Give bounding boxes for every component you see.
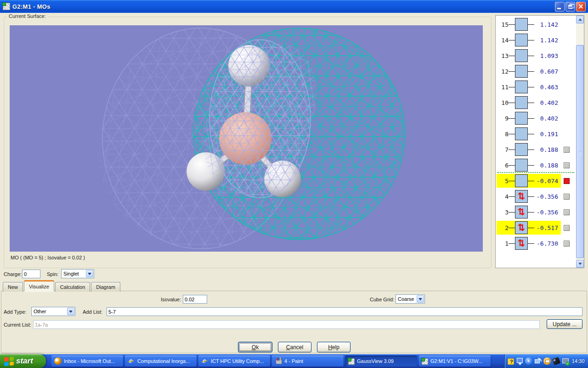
mo-display-checkbox[interactable] [564,209,570,215]
mo-list-scrollbar[interactable] [576,16,584,268]
level-line [528,24,534,25]
launcher-icon[interactable] [552,357,560,365]
taskbar-item[interactable]: G2:M1:V1 - C:\G03W... [419,356,491,367]
taskbar-item[interactable]: Inbox - Microsoft Out... [51,356,123,367]
mo-row-5[interactable]: 5-0.074 [496,173,576,189]
level-line [528,243,534,244]
current-list-input[interactable] [33,320,540,329]
mo-row-12[interactable]: 120.607 [496,63,576,79]
isovalue-input[interactable] [183,295,207,304]
mo-level-box[interactable] [515,18,528,31]
title-bar[interactable]: G2:M1 - MOs × [0,0,588,13]
scroll-up-button[interactable] [576,16,584,23]
mo-row-15[interactable]: 151.142 [496,17,576,32]
add-type-dropdown-button[interactable] [67,308,74,315]
restore-button[interactable] [565,2,575,12]
mo-number: 3 [498,209,509,216]
mo-row-8[interactable]: 80.191 [496,126,576,142]
spin-select[interactable]: Singlet [61,269,94,278]
taskbar-item[interactable]: Computational Inorga... [125,356,197,367]
mo-row-4[interactable]: 4↑↓-0.356 [496,189,576,204]
scrollbar-thumb[interactable] [576,45,584,258]
mo-level-box[interactable] [515,65,528,78]
mo-display-checkbox[interactable] [564,241,570,247]
scroll-down-button[interactable] [576,260,584,268]
charge-input[interactable] [22,270,40,278]
mo-level-box[interactable] [515,174,528,187]
level-line [528,87,534,87]
mo-level-box[interactable]: ↑↓ [515,221,528,234]
mo-row-2[interactable]: 2↑↓-0.517 [496,220,576,236]
spin-dropdown-button[interactable] [86,270,93,277]
mo-level-box[interactable] [515,49,528,62]
mo-row-11[interactable]: 110.463 [496,79,576,95]
updates-icon[interactable] [516,358,523,365]
add-list-input[interactable] [107,307,582,316]
tab-calculation[interactable]: Calculation [55,282,90,292]
mo-row-1[interactable]: 1↑↓-6.730 [496,236,576,251]
mo-number: 4 [498,193,509,200]
taskbar-item[interactable]: ICT HPC Utility Comp... [198,356,270,367]
mail-icon[interactable] [543,357,551,365]
network-icon[interactable] [534,357,542,365]
mo-display-checkbox[interactable] [564,225,570,231]
scrollbar-grip [578,151,582,155]
add-type-select[interactable]: Other [31,307,75,316]
mo-row-9[interactable]: 90.402 [496,110,576,126]
mo-number: 5 [498,178,509,184]
cube-grid-dropdown-button[interactable] [417,295,424,303]
taskbar-item[interactable]: GaussView 3.09 [345,356,417,367]
spin-down-arrow-icon: ↓ [519,207,526,218]
help-button[interactable]: Help [317,342,351,352]
desktop: G2:M1 - MOs × Current Surface: [0,0,588,368]
mo-level-box[interactable]: ↑↓ [515,190,528,203]
scroll-up-icon [578,18,582,21]
cancel-button[interactable]: Cancel [278,342,311,352]
mo-level-box[interactable] [515,34,528,46]
mo-level-box[interactable] [515,159,528,172]
update-button[interactable]: Update ... [547,319,582,329]
mo-display-checkbox[interactable] [564,178,570,184]
ok-button[interactable]: Ok [238,342,272,352]
mo-energy-value: -0.517 [534,224,558,231]
mo-energy-value: 0.607 [534,68,558,75]
mo-row-14[interactable]: 141.142 [496,32,576,48]
mo-display-checkbox[interactable] [564,162,570,168]
mo-display-checkbox[interactable] [564,194,570,200]
tab-new[interactable]: New [3,282,23,292]
mo-number: 6 [498,162,509,169]
mo-energy-value: 1.142 [534,37,558,44]
mo-level-box[interactable] [515,80,528,93]
paint-icon [275,357,282,365]
mo-energy-value: 0.402 [534,115,558,122]
mo-row-7[interactable]: 70.188 [496,142,576,157]
mo-level-box[interactable]: ↑↓ [515,206,528,218]
mo-level-box[interactable]: ↑↓ [515,237,528,250]
taskbar: start Inbox - Microsoft Out...Computatio… [0,354,588,368]
mo-level-box[interactable] [515,112,528,125]
spin-down-arrow-icon: ↓ [519,238,526,249]
mo-row-3[interactable]: 3↑↓-0.356 [496,204,576,220]
start-button[interactable]: start [0,354,46,368]
cube-grid-select[interactable]: Coarse [396,294,425,304]
close-button[interactable]: × [576,2,586,12]
windows-flag-icon [4,356,14,366]
taskbar-item-label: ICT HPC Utility Comp... [211,358,264,364]
tab-diagram[interactable]: Diagram [91,282,120,292]
mo-level-box[interactable] [515,127,528,140]
mo-energy-value: -0.074 [534,178,558,184]
mo-row-6[interactable]: 60.188 [496,157,576,173]
hide-icons-icon[interactable] [525,357,532,365]
tab-visualize[interactable]: Visualize [24,280,54,292]
help-icon[interactable] [508,358,514,365]
mo-level-box[interactable] [515,96,528,109]
auto-updates-icon[interactable] [562,357,569,365]
minimize-button[interactable] [555,2,565,12]
add-type-label: Add Type: [4,309,26,315]
mo-display-checkbox[interactable] [564,147,570,153]
mo-row-10[interactable]: 100.402 [496,95,576,110]
taskbar-item[interactable]: 4 - Paint [272,356,344,367]
mo-surface-viewport[interactable] [10,25,483,252]
mo-level-box[interactable] [515,143,528,156]
mo-row-13[interactable]: 131.093 [496,48,576,63]
